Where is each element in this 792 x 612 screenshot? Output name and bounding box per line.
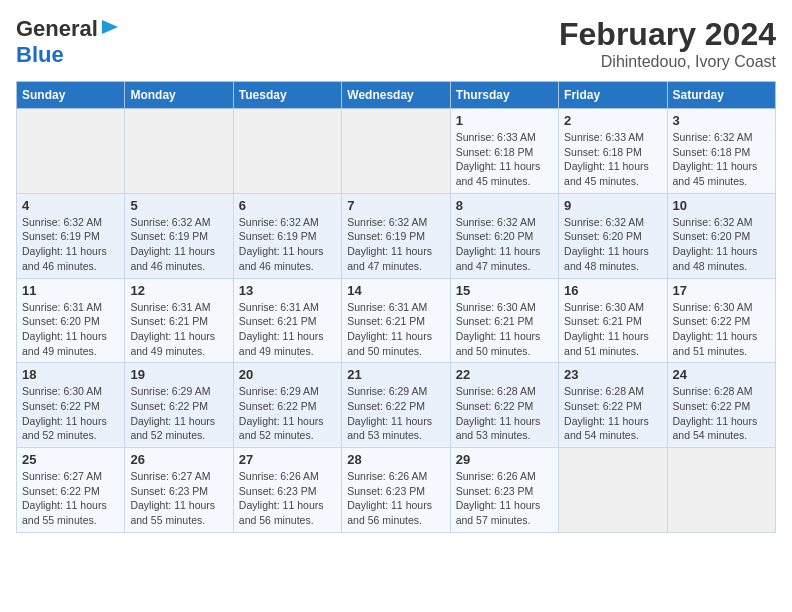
logo-arrow-icon [100,17,120,37]
day-number: 22 [456,367,553,382]
day-number: 23 [564,367,661,382]
calendar-cell: 23Sunrise: 6:28 AM Sunset: 6:22 PM Dayli… [559,363,667,448]
calendar-cell: 2Sunrise: 6:33 AM Sunset: 6:18 PM Daylig… [559,109,667,194]
day-info: Sunrise: 6:28 AM Sunset: 6:22 PM Dayligh… [564,384,661,443]
day-info: Sunrise: 6:29 AM Sunset: 6:22 PM Dayligh… [130,384,227,443]
calendar-cell: 21Sunrise: 6:29 AM Sunset: 6:22 PM Dayli… [342,363,450,448]
calendar-cell: 26Sunrise: 6:27 AM Sunset: 6:23 PM Dayli… [125,448,233,533]
day-info: Sunrise: 6:32 AM Sunset: 6:19 PM Dayligh… [130,215,227,274]
day-info: Sunrise: 6:29 AM Sunset: 6:22 PM Dayligh… [347,384,444,443]
day-number: 21 [347,367,444,382]
calendar-cell: 6Sunrise: 6:32 AM Sunset: 6:19 PM Daylig… [233,193,341,278]
calendar-cell: 3Sunrise: 6:32 AM Sunset: 6:18 PM Daylig… [667,109,775,194]
calendar-cell: 12Sunrise: 6:31 AM Sunset: 6:21 PM Dayli… [125,278,233,363]
logo-blue: Blue [16,42,64,67]
calendar-location: Dihintedouo, Ivory Coast [559,53,776,71]
calendar-week-row: 25Sunrise: 6:27 AM Sunset: 6:22 PM Dayli… [17,448,776,533]
calendar-cell: 29Sunrise: 6:26 AM Sunset: 6:23 PM Dayli… [450,448,558,533]
calendar-cell: 1Sunrise: 6:33 AM Sunset: 6:18 PM Daylig… [450,109,558,194]
calendar-week-row: 11Sunrise: 6:31 AM Sunset: 6:20 PM Dayli… [17,278,776,363]
calendar-cell: 16Sunrise: 6:30 AM Sunset: 6:21 PM Dayli… [559,278,667,363]
day-number: 9 [564,198,661,213]
day-number: 17 [673,283,770,298]
calendar-cell: 22Sunrise: 6:28 AM Sunset: 6:22 PM Dayli… [450,363,558,448]
calendar-cell [125,109,233,194]
calendar-cell: 17Sunrise: 6:30 AM Sunset: 6:22 PM Dayli… [667,278,775,363]
day-number: 28 [347,452,444,467]
day-number: 1 [456,113,553,128]
calendar-cell [559,448,667,533]
svg-marker-0 [102,20,118,34]
weekday-header-monday: Monday [125,82,233,109]
calendar-cell: 4Sunrise: 6:32 AM Sunset: 6:19 PM Daylig… [17,193,125,278]
calendar-cell [667,448,775,533]
day-info: Sunrise: 6:26 AM Sunset: 6:23 PM Dayligh… [456,469,553,528]
day-number: 19 [130,367,227,382]
calendar-week-row: 18Sunrise: 6:30 AM Sunset: 6:22 PM Dayli… [17,363,776,448]
day-number: 10 [673,198,770,213]
day-info: Sunrise: 6:32 AM Sunset: 6:19 PM Dayligh… [239,215,336,274]
weekday-header-tuesday: Tuesday [233,82,341,109]
day-info: Sunrise: 6:28 AM Sunset: 6:22 PM Dayligh… [673,384,770,443]
day-number: 26 [130,452,227,467]
calendar-cell: 19Sunrise: 6:29 AM Sunset: 6:22 PM Dayli… [125,363,233,448]
day-number: 29 [456,452,553,467]
calendar-cell: 27Sunrise: 6:26 AM Sunset: 6:23 PM Dayli… [233,448,341,533]
day-info: Sunrise: 6:31 AM Sunset: 6:21 PM Dayligh… [130,300,227,359]
day-info: Sunrise: 6:33 AM Sunset: 6:18 PM Dayligh… [564,130,661,189]
calendar-cell: 15Sunrise: 6:30 AM Sunset: 6:21 PM Dayli… [450,278,558,363]
day-number: 6 [239,198,336,213]
day-number: 12 [130,283,227,298]
calendar-cell: 7Sunrise: 6:32 AM Sunset: 6:19 PM Daylig… [342,193,450,278]
day-number: 2 [564,113,661,128]
calendar-cell: 24Sunrise: 6:28 AM Sunset: 6:22 PM Dayli… [667,363,775,448]
calendar-cell [233,109,341,194]
day-info: Sunrise: 6:30 AM Sunset: 6:21 PM Dayligh… [456,300,553,359]
calendar-cell [342,109,450,194]
calendar-cell: 25Sunrise: 6:27 AM Sunset: 6:22 PM Dayli… [17,448,125,533]
calendar-cell: 11Sunrise: 6:31 AM Sunset: 6:20 PM Dayli… [17,278,125,363]
day-number: 20 [239,367,336,382]
weekday-header-saturday: Saturday [667,82,775,109]
day-number: 16 [564,283,661,298]
calendar-cell: 28Sunrise: 6:26 AM Sunset: 6:23 PM Dayli… [342,448,450,533]
weekday-header-thursday: Thursday [450,82,558,109]
calendar-cell: 9Sunrise: 6:32 AM Sunset: 6:20 PM Daylig… [559,193,667,278]
day-info: Sunrise: 6:31 AM Sunset: 6:21 PM Dayligh… [239,300,336,359]
day-number: 13 [239,283,336,298]
day-info: Sunrise: 6:30 AM Sunset: 6:21 PM Dayligh… [564,300,661,359]
calendar-cell: 14Sunrise: 6:31 AM Sunset: 6:21 PM Dayli… [342,278,450,363]
day-number: 8 [456,198,553,213]
day-info: Sunrise: 6:27 AM Sunset: 6:22 PM Dayligh… [22,469,119,528]
day-number: 5 [130,198,227,213]
day-number: 24 [673,367,770,382]
day-number: 25 [22,452,119,467]
calendar-cell: 5Sunrise: 6:32 AM Sunset: 6:19 PM Daylig… [125,193,233,278]
calendar-body: 1Sunrise: 6:33 AM Sunset: 6:18 PM Daylig… [17,109,776,533]
day-number: 11 [22,283,119,298]
calendar-cell: 20Sunrise: 6:29 AM Sunset: 6:22 PM Dayli… [233,363,341,448]
weekday-header-wednesday: Wednesday [342,82,450,109]
day-info: Sunrise: 6:31 AM Sunset: 6:20 PM Dayligh… [22,300,119,359]
calendar-table: SundayMondayTuesdayWednesdayThursdayFrid… [16,81,776,533]
day-number: 7 [347,198,444,213]
day-number: 3 [673,113,770,128]
day-info: Sunrise: 6:30 AM Sunset: 6:22 PM Dayligh… [673,300,770,359]
page-header: General Blue February 2024 Dihintedouo, … [16,16,776,71]
calendar-week-row: 4Sunrise: 6:32 AM Sunset: 6:19 PM Daylig… [17,193,776,278]
day-info: Sunrise: 6:32 AM Sunset: 6:19 PM Dayligh… [347,215,444,274]
calendar-month-year: February 2024 [559,16,776,53]
day-info: Sunrise: 6:32 AM Sunset: 6:19 PM Dayligh… [22,215,119,274]
day-number: 4 [22,198,119,213]
day-info: Sunrise: 6:26 AM Sunset: 6:23 PM Dayligh… [347,469,444,528]
weekday-header-row: SundayMondayTuesdayWednesdayThursdayFrid… [17,82,776,109]
day-info: Sunrise: 6:30 AM Sunset: 6:22 PM Dayligh… [22,384,119,443]
day-info: Sunrise: 6:28 AM Sunset: 6:22 PM Dayligh… [456,384,553,443]
calendar-title-block: February 2024 Dihintedouo, Ivory Coast [559,16,776,71]
calendar-cell: 10Sunrise: 6:32 AM Sunset: 6:20 PM Dayli… [667,193,775,278]
day-info: Sunrise: 6:32 AM Sunset: 6:20 PM Dayligh… [456,215,553,274]
weekday-header-friday: Friday [559,82,667,109]
day-number: 18 [22,367,119,382]
day-number: 27 [239,452,336,467]
calendar-cell: 18Sunrise: 6:30 AM Sunset: 6:22 PM Dayli… [17,363,125,448]
